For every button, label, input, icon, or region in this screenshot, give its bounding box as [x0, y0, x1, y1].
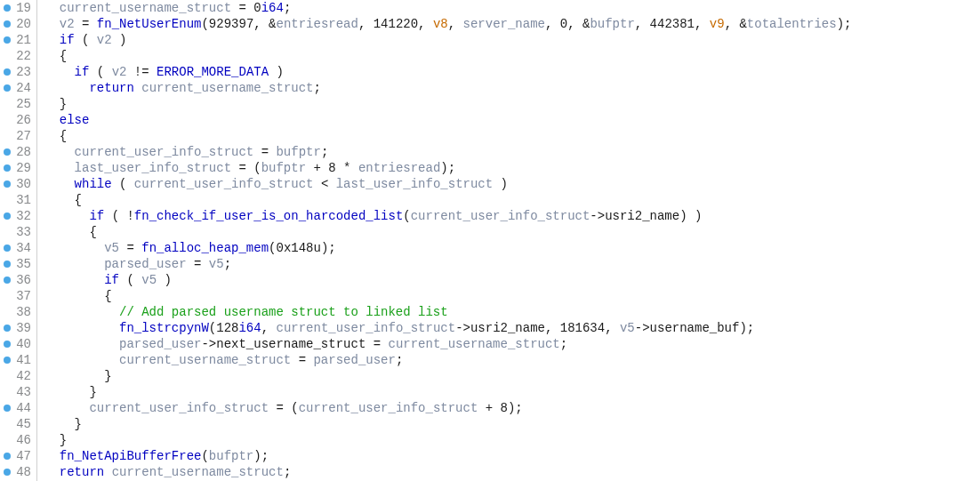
gutter-row[interactable]: 43: [0, 384, 36, 400]
breakpoint-empty[interactable]: [4, 228, 11, 236]
breakpoint-marker[interactable]: [4, 20, 11, 28]
code-line[interactable]: if ( v2 ): [44, 32, 980, 48]
breakpoint-empty[interactable]: [4, 196, 11, 204]
code-line[interactable]: return current_username_struct;: [44, 80, 980, 96]
gutter-row[interactable]: 34: [0, 240, 36, 256]
breakpoint-empty[interactable]: [4, 293, 11, 300]
breakpoint-empty[interactable]: [4, 132, 11, 140]
code-line[interactable]: }: [44, 416, 980, 432]
gutter-row[interactable]: 44: [0, 400, 36, 416]
breakpoint-marker[interactable]: [4, 405, 11, 412]
breakpoint-empty[interactable]: [4, 389, 11, 396]
gutter-row[interactable]: 39: [0, 320, 36, 336]
breakpoint-marker[interactable]: [4, 4, 11, 12]
code-line[interactable]: v2 = fn_NetUserEnum(929397, &entriesread…: [44, 16, 980, 32]
code-line[interactable]: fn_lstrcpynW(128i64, current_user_info_s…: [44, 320, 980, 336]
gutter-row[interactable]: 38: [0, 304, 36, 320]
gutter-row[interactable]: 25: [0, 96, 36, 112]
breakpoint-empty[interactable]: [4, 421, 11, 428]
code-line[interactable]: }: [44, 368, 980, 384]
breakpoint-empty[interactable]: [4, 116, 11, 124]
code-token: =: [119, 241, 141, 255]
code-token: , 141220,: [358, 17, 433, 31]
code-line[interactable]: parsed_user->next_username_struct = curr…: [44, 336, 980, 352]
gutter-row[interactable]: 33: [0, 224, 36, 240]
code-line[interactable]: parsed_user = v5;: [44, 256, 980, 272]
breakpoint-marker[interactable]: [4, 180, 11, 188]
line-number: 48: [15, 464, 31, 480]
gutter-row[interactable]: 35: [0, 256, 36, 272]
gutter-row[interactable]: 46: [0, 432, 36, 448]
code-line[interactable]: {: [44, 224, 980, 240]
breakpoint-marker[interactable]: [4, 68, 11, 76]
gutter-row[interactable]: 31: [0, 192, 36, 208]
gutter-row[interactable]: 36: [0, 272, 36, 288]
gutter-row[interactable]: 37: [0, 288, 36, 304]
code-line[interactable]: if ( v5 ): [44, 272, 980, 288]
breakpoint-marker[interactable]: [4, 148, 11, 156]
code-line[interactable]: }: [44, 432, 980, 448]
gutter-row[interactable]: 29: [0, 160, 36, 176]
gutter-row[interactable]: 40: [0, 336, 36, 352]
breakpoint-marker[interactable]: [4, 164, 11, 172]
code-line[interactable]: v5 = fn_alloc_heap_mem(0x148u);: [44, 240, 980, 256]
code-line[interactable]: {: [44, 288, 980, 304]
gutter-row[interactable]: 47: [0, 448, 36, 464]
code-line[interactable]: current_user_info_struct = bufptr;: [44, 144, 980, 160]
code-line[interactable]: fn_NetApiBufferFree(bufptr);: [44, 448, 980, 464]
code-line[interactable]: last_user_info_struct = (bufptr + 8 * en…: [44, 160, 980, 176]
gutter-row[interactable]: 26: [0, 112, 36, 128]
code-line[interactable]: {: [44, 48, 980, 64]
gutter-row[interactable]: 23: [0, 64, 36, 80]
breakpoint-empty[interactable]: [4, 373, 11, 380]
breakpoint-empty[interactable]: [4, 100, 11, 108]
code-token: current_username_struct: [60, 1, 231, 15]
breakpoint-marker[interactable]: [4, 357, 11, 364]
code-pane[interactable]: current_username_struct = 0i64; v2 = fn_…: [37, 0, 980, 481]
code-line[interactable]: {: [44, 192, 980, 208]
code-line[interactable]: while ( current_user_info_struct < last_…: [44, 176, 980, 192]
code-token: (: [201, 449, 208, 463]
gutter-row[interactable]: 19: [0, 0, 36, 16]
code-line[interactable]: if ( v2 != ERROR_MORE_DATA ): [44, 64, 980, 80]
breakpoint-marker[interactable]: [4, 277, 11, 284]
gutter-row[interactable]: 32: [0, 208, 36, 224]
breakpoint-marker[interactable]: [4, 84, 11, 92]
gutter-row[interactable]: 45: [0, 416, 36, 432]
code-line[interactable]: current_username_struct = 0i64;: [44, 0, 980, 16]
breakpoint-marker[interactable]: [4, 36, 11, 44]
gutter-row[interactable]: 24: [0, 80, 36, 96]
code-line[interactable]: }: [44, 96, 980, 112]
breakpoint-empty[interactable]: [4, 309, 11, 316]
breakpoint-marker[interactable]: [4, 469, 11, 476]
gutter-row[interactable]: 20: [0, 16, 36, 32]
breakpoint-marker[interactable]: [4, 212, 11, 220]
breakpoint-marker[interactable]: [4, 341, 11, 348]
code-line[interactable]: current_user_info_struct = (current_user…: [44, 400, 980, 416]
code-line[interactable]: {: [44, 128, 980, 144]
code-token: ,: [448, 17, 463, 31]
code-line[interactable]: // Add parsed username struct to linked …: [44, 304, 980, 320]
breakpoint-marker[interactable]: [4, 245, 11, 252]
code-line[interactable]: }: [44, 384, 980, 400]
breakpoint-empty[interactable]: [4, 437, 11, 444]
breakpoint-marker[interactable]: [4, 325, 11, 332]
code-token: v2: [112, 65, 127, 79]
code-line[interactable]: else: [44, 112, 980, 128]
breakpoint-empty[interactable]: [4, 52, 11, 60]
gutter-row[interactable]: 28: [0, 144, 36, 160]
breakpoint-marker[interactable]: [4, 261, 11, 268]
gutter-row[interactable]: 41: [0, 352, 36, 368]
gutter-row[interactable]: 27: [0, 128, 36, 144]
line-number: 29: [15, 160, 31, 176]
code-line[interactable]: current_username_struct = parsed_user;: [44, 352, 980, 368]
code-line[interactable]: return current_username_struct;: [44, 464, 980, 480]
breakpoint-marker[interactable]: [4, 453, 11, 460]
code-line[interactable]: if ( !fn_check_if_user_is_on_harcoded_li…: [44, 208, 980, 224]
gutter-row[interactable]: 30: [0, 176, 36, 192]
code-token: + 8 *: [306, 161, 358, 175]
gutter-row[interactable]: 48: [0, 464, 36, 480]
gutter-row[interactable]: 21: [0, 32, 36, 48]
gutter-row[interactable]: 22: [0, 48, 36, 64]
gutter-row[interactable]: 42: [0, 368, 36, 384]
